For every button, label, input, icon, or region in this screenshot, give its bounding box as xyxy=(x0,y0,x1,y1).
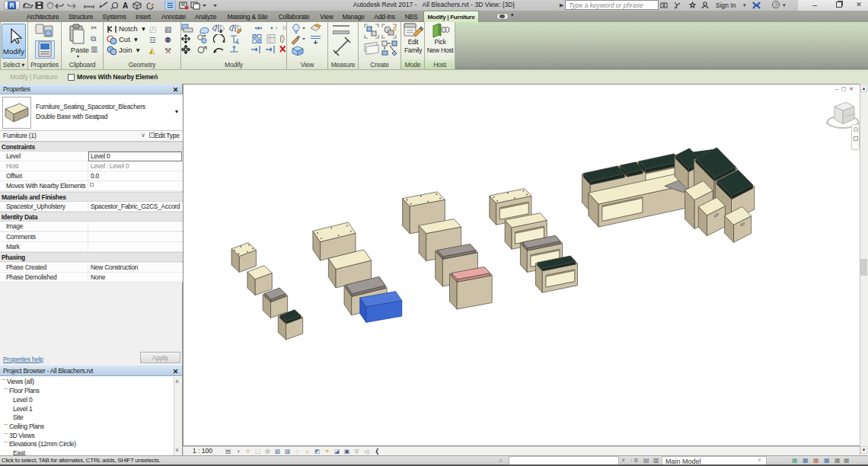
svg-text:A: A xyxy=(123,2,128,10)
